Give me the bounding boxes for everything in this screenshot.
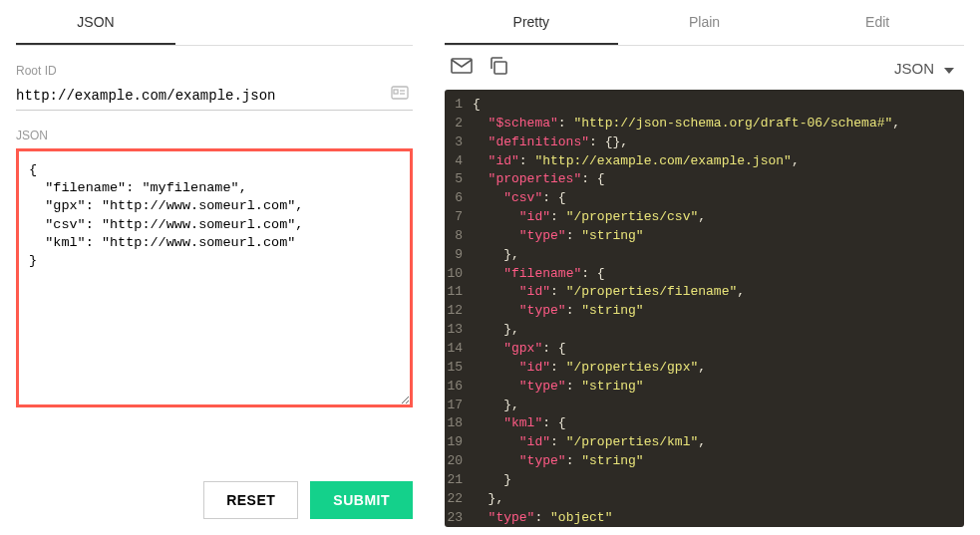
tab-json[interactable]: JSON [16,0,175,45]
chevron-down-icon [944,60,954,77]
code-line: 9 }, [445,246,964,265]
code-line: 10 "filename": { [445,265,964,284]
output-toolbar: JSON [445,46,964,90]
line-content: "kml": { [473,414,566,433]
submit-button[interactable]: SUBMIT [310,481,413,519]
code-line: 22 }, [445,490,964,509]
line-number: 10 [445,265,473,284]
line-number: 11 [445,283,473,302]
line-number: 6 [445,189,473,208]
line-number: 21 [445,471,473,490]
right-panel: PrettyPlainEdit JSON 1{2 "$schema": "htt… [429,0,980,535]
code-line: 12 "type": "string" [445,302,964,321]
format-selected-label: JSON [894,60,934,77]
line-content: "type": "string" [473,302,644,321]
code-line: 3 "definitions": {}, [445,134,964,152]
root-id-wrap [16,82,413,111]
line-number: 9 [445,246,473,265]
line-content: "type": "string" [473,452,644,471]
line-content: "filename": { [473,265,605,284]
line-number: 17 [445,397,473,415]
line-content: "id": "/properties/filename", [473,283,745,302]
svg-rect-4 [452,59,472,73]
line-content: }, [473,246,519,265]
line-content: } [473,471,511,490]
line-number: 2 [445,115,473,134]
line-content: "id": "/properties/gpx", [473,359,706,378]
line-content: "id": "/properties/csv", [473,208,706,227]
code-line: 8 "type": "string" [445,227,964,246]
copy-icon[interactable] [489,56,508,80]
line-number: 22 [445,490,473,509]
svg-rect-1 [394,90,398,94]
line-content: "id": "/properties/kml", [473,433,706,452]
svg-rect-5 [494,62,506,74]
line-number: 12 [445,302,473,321]
tab-edit[interactable]: Edit [791,0,964,45]
line-number: 5 [445,170,473,189]
line-content: }, [473,321,519,340]
line-number: 13 [445,321,473,340]
code-line: 4 "id": "http://example.com/example.json… [445,152,964,171]
line-content: "type": "string" [473,378,644,397]
code-line: 15 "id": "/properties/gpx", [445,359,964,378]
tab-pretty[interactable]: Pretty [445,0,618,45]
code-output[interactable]: 1{2 "$schema": "http://json-schema.org/d… [445,90,964,527]
code-line: 21 } [445,471,964,490]
line-number: 23 [445,509,473,527]
code-line: 13 }, [445,321,964,340]
code-line: 6 "csv": { [445,189,964,208]
code-line: 20 "type": "string" [445,452,964,471]
code-line: 2 "$schema": "http://json-schema.org/dra… [445,115,964,134]
format-select[interactable]: JSON [894,60,958,77]
code-line: 5 "properties": { [445,170,964,189]
tab-spacer [175,0,413,45]
line-number: 14 [445,340,473,359]
line-content: }, [473,397,519,415]
reset-button[interactable]: RESET [203,481,298,519]
code-line: 18 "kml": { [445,414,964,433]
right-tabs: PrettyPlainEdit [445,0,964,46]
code-line: 14 "gpx": { [445,340,964,359]
code-line: 16 "type": "string" [445,378,964,397]
line-number: 20 [445,452,473,471]
line-content: "definitions": {}, [473,134,628,152]
code-line: 1{ [445,96,964,115]
code-line: 7 "id": "/properties/csv", [445,208,964,227]
line-content: "gpx": { [473,340,566,359]
line-number: 16 [445,378,473,397]
line-content: "type": "string" [473,227,644,246]
left-tabs: JSON [16,0,413,46]
code-line: 11 "id": "/properties/filename", [445,283,964,302]
line-content: "id": "http://example.com/example.json", [473,152,800,171]
code-line: 17 }, [445,397,964,415]
root-id-input[interactable] [16,82,413,111]
line-content: "$schema": "http://json-schema.org/draft… [473,115,900,134]
code-line: 19 "id": "/properties/kml", [445,433,964,452]
mail-icon[interactable] [451,58,473,78]
root-id-label: Root ID [16,64,413,78]
line-number: 7 [445,208,473,227]
tab-plain[interactable]: Plain [618,0,792,45]
line-content: "csv": { [473,189,566,208]
line-number: 15 [445,359,473,378]
line-content: }, [473,490,503,509]
line-number: 3 [445,134,473,152]
line-content: "type": "object" [473,509,612,527]
id-card-icon [391,86,409,104]
left-panel: JSON Root ID JSON RESET SUBMIT [0,0,429,535]
code-line: 23 "type": "object" [445,509,964,527]
json-label: JSON [16,129,413,142]
line-number: 18 [445,414,473,433]
line-number: 4 [445,152,473,171]
line-number: 19 [445,433,473,452]
json-input[interactable] [16,148,413,407]
line-number: 8 [445,227,473,246]
line-number: 1 [445,96,473,115]
line-content: { [473,96,481,115]
button-row: RESET SUBMIT [16,451,413,519]
line-content: "properties": { [473,170,605,189]
